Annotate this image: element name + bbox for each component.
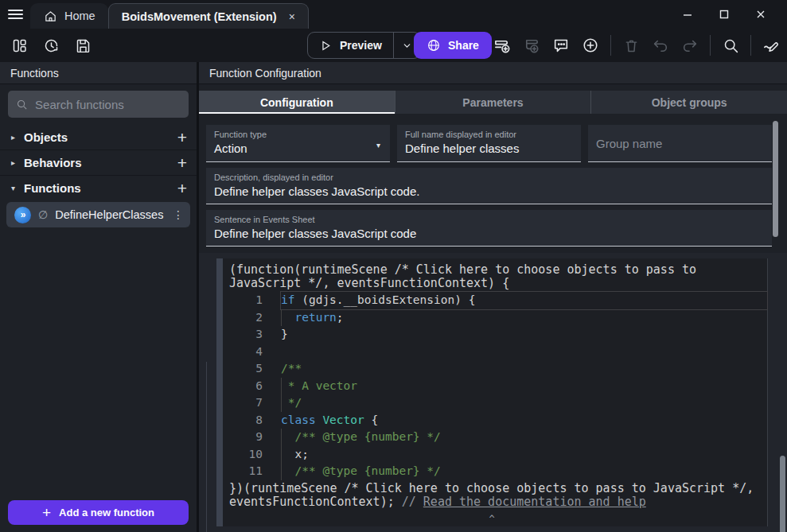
add-object-button[interactable]: + — [177, 129, 187, 146]
collapse-editor-button[interactable]: ^ — [216, 514, 767, 525]
undo-icon[interactable] — [651, 36, 670, 55]
tree-section-functions[interactable]: ▾ Functions + — [0, 175, 197, 200]
javascript-event-section: (function(runtimeScene /* Click here to … — [199, 253, 787, 532]
add-function-plus-button[interactable]: + — [177, 180, 187, 196]
active-tab-label: BoidsMovement (Extension) — [122, 10, 277, 23]
layout-editors-icon[interactable] — [10, 36, 29, 55]
comment-icon[interactable] — [551, 36, 571, 55]
function-type-value: Action — [214, 142, 382, 155]
section-label: Behaviors — [24, 156, 82, 169]
search-functions-box[interactable] — [8, 91, 189, 118]
trash-icon[interactable] — [621, 36, 641, 55]
line-number: 1 — [216, 292, 263, 309]
add-circle-icon[interactable] — [581, 36, 600, 55]
javascript-code-editor[interactable]: (function(runtimeScene /* Click here to … — [216, 258, 768, 526]
globe-icon — [427, 38, 441, 52]
tab-home[interactable]: Home — [30, 3, 108, 29]
sidebar-header: Functions — [0, 62, 197, 84]
code-line[interactable]: 11 /** @type {number} */ — [216, 463, 767, 480]
full-name-value: Define helper classes — [405, 142, 573, 155]
section-label: Objects — [24, 130, 68, 144]
tree-section-behaviors[interactable]: ▸ Behaviors + — [0, 150, 197, 175]
add-new-function-button[interactable]: + Add a new function — [8, 500, 189, 525]
hamburger-bars — [8, 10, 23, 20]
line-number: 5 — [216, 360, 263, 378]
search-icon — [16, 98, 28, 111]
add-event-icon[interactable] — [493, 36, 512, 55]
function-gear-icon: » — [14, 207, 31, 223]
tab-boidsmovement[interactable]: BoidsMovement (Extension) × — [108, 3, 309, 29]
code-line[interactable]: 6 * A vector — [216, 378, 767, 395]
line-number: 6 — [216, 378, 263, 395]
code-line[interactable]: 2 return; — [216, 309, 767, 327]
section-label: Functions — [24, 181, 81, 195]
events-indent-guide — [206, 362, 207, 532]
preview-button[interactable]: Preview — [307, 32, 421, 59]
minimize-button[interactable] — [669, 2, 706, 26]
redo-icon[interactable] — [680, 36, 699, 55]
code-line[interactable]: 1if (gdjs.__boidsExtension) { — [216, 292, 767, 309]
group-name-field[interactable]: Group name — [588, 125, 772, 162]
code-lines: 1if (gdjs.__boidsExtension) {2 return;3}… — [216, 292, 767, 480]
add-new-function-label: Add a new function — [59, 507, 154, 518]
share-button[interactable]: Share — [414, 32, 492, 59]
code-line[interactable]: 8class Vector { — [216, 412, 767, 429]
close-window-button[interactable] — [742, 2, 779, 26]
tab-configuration[interactable]: Configuration — [199, 91, 395, 114]
configuration-form: Function type Action ▾ Full name display… — [206, 125, 772, 247]
code-wrapper-header[interactable]: (function(runtimeScene /* Click here to … — [216, 263, 767, 290]
events-scrollbar[interactable] — [780, 456, 785, 532]
tab-object-groups[interactable]: Object groups — [590, 91, 787, 114]
save-icon[interactable] — [73, 36, 92, 55]
home-icon — [43, 9, 57, 23]
add-behavior-button[interactable]: + — [177, 154, 187, 171]
functions-sidebar: Functions ▸ Objects + ▸ Behaviors + ▾ Fu… — [0, 62, 197, 532]
line-number: 3 — [216, 326, 263, 344]
full-name-field[interactable]: Full name displayed in editor Define hel… — [397, 125, 581, 162]
code-line[interactable]: 3} — [216, 326, 767, 344]
history-icon[interactable] — [41, 36, 60, 55]
description-label: Description, displayed in editor — [214, 173, 764, 182]
tab-parameters[interactable]: Parameters — [395, 91, 591, 114]
code-line[interactable]: 10 x; — [216, 446, 767, 464]
plus-icon: + — [42, 504, 51, 522]
code-line[interactable]: 7 */ — [216, 394, 767, 412]
sentence-field[interactable]: Sentence in Events Sheet Define helper c… — [206, 210, 772, 247]
tree-section-objects[interactable]: ▸ Objects + — [0, 124, 197, 150]
line-number: 7 — [216, 394, 263, 412]
full-name-label: Full name displayed in editor — [405, 130, 573, 139]
function-configuration-panel: Function Configuration Configuration Par… — [199, 62, 787, 532]
configuration-tabs: Configuration Parameters Object groups — [199, 91, 787, 114]
description-field[interactable]: Description, displayed in editor Define … — [206, 168, 772, 204]
chevron-down-icon: ▾ — [11, 184, 24, 192]
form-row-1: Function type Action ▾ Full name display… — [206, 125, 772, 162]
code-wrapper-footer[interactable]: })(runtimeScene /* Click here to choose … — [216, 482, 767, 509]
edit-extension-icon[interactable] — [762, 36, 781, 55]
home-tab-label: Home — [64, 10, 95, 22]
private-function-icon: ∅ — [38, 208, 48, 221]
hamburger-menu-icon[interactable] — [0, 0, 30, 29]
form-scrollbar[interactable] — [773, 121, 778, 237]
sentence-label: Sentence in Events Sheet — [214, 215, 764, 224]
function-type-select[interactable]: Function type Action ▾ — [206, 125, 390, 162]
code-line[interactable]: 9 /** @type {number} */ — [216, 429, 767, 446]
function-item-definehelperclasses[interactable]: » ∅ DefineHelperClasses ⋮ — [6, 202, 190, 227]
description-value: Define helper classes JavaScript code. — [214, 184, 764, 198]
toolbar-divider — [610, 35, 611, 56]
kebab-menu-icon[interactable]: ⋮ — [173, 208, 184, 221]
main-header: Function Configuration — [199, 62, 787, 84]
play-icon — [319, 39, 333, 52]
chevron-right-icon: ▸ — [11, 133, 24, 142]
add-subevent-icon[interactable] — [522, 36, 541, 55]
function-type-label: Function type — [214, 130, 382, 139]
line-number: 11 — [216, 463, 263, 480]
line-number: 8 — [216, 412, 263, 429]
code-line[interactable]: 4 — [216, 344, 767, 361]
line-number: 9 — [216, 429, 263, 446]
search-icon[interactable] — [721, 36, 740, 55]
search-functions-input[interactable] — [35, 98, 181, 111]
close-tab-icon[interactable]: × — [289, 10, 295, 23]
code-line[interactable]: 5/** — [216, 360, 767, 378]
maximize-button[interactable] — [706, 2, 742, 26]
preview-button-main[interactable]: Preview — [308, 33, 393, 58]
